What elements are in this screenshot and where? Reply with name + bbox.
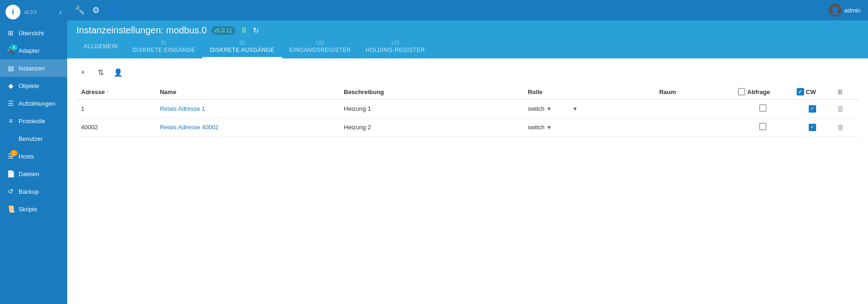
hosts-badge: 1 (10, 150, 18, 156)
sidebar-item-skripte[interactable]: 📜 Skripte (0, 200, 67, 218)
sort-button[interactable]: ⇅ (94, 66, 107, 79)
th-name: Name (155, 84, 339, 100)
sidebar-item-label: Protokolle (19, 118, 45, 125)
table-header-row: Adresse ↑ Name Beschreibung Rolle (76, 84, 859, 100)
cell-adresse: 40002 (76, 118, 155, 137)
tab-count: 01 (161, 40, 167, 45)
tab-allgemein[interactable]: ALLGEMEIN (76, 39, 125, 58)
wrench-icon[interactable]: 🔧 (75, 5, 85, 15)
topbar: 🔧 ⚙ 👤 👤 admin (67, 0, 868, 20)
sidebar-item-instanzen[interactable]: ▤ Instanzen (0, 59, 67, 77)
tab-diskrete-eingange[interactable]: 01 DISKRETE EINGÄNGE (125, 39, 202, 58)
cw-header-checkbox[interactable] (797, 88, 804, 95)
add-row-button[interactable]: + (76, 66, 89, 79)
protokolle-icon: ≡ (6, 117, 15, 125)
table-row: 1 Relais Adresse 1 Heizung 1 switch ▼ ▼ … (76, 100, 859, 118)
abfrage-header-checkbox[interactable] (738, 88, 745, 95)
cell-cw (792, 118, 832, 137)
tab-count: 123 (316, 40, 324, 45)
th-delete: 🗑 (832, 84, 859, 100)
cell-raum (654, 100, 733, 118)
instance-title-row: Instanzeinstellungen: modbus.0 v5.0.11 ⏸… (76, 25, 859, 36)
avatar: 👤 (829, 4, 842, 17)
sidebar-item-dateien[interactable]: 📄 Dateien (0, 165, 67, 183)
person-icon[interactable]: 👤 (107, 5, 117, 15)
th-rolle: Rolle (523, 84, 654, 100)
sidebar-item-backup[interactable]: ↺ Backup (0, 183, 67, 200)
cell-abfrage (733, 118, 792, 137)
version-label: v0.3.5 (24, 10, 37, 15)
cell-delete: 🗑 (832, 100, 859, 118)
tab-count: 123 (391, 40, 399, 45)
cell-raum (654, 118, 733, 137)
cell-beschreibung: Heizung 1 (339, 100, 523, 118)
tab-diskrete-ausgange[interactable]: 01 DISKRETE AUSGÄNGE (202, 39, 282, 58)
tabs: ALLGEMEIN 01 DISKRETE EINGÄNGE 01 DISKRE… (76, 39, 859, 58)
cell-cw (792, 100, 832, 118)
cell-rolle: switch ▼ (523, 118, 654, 137)
sidebar: i v0.3.5 ‹ ⊞ Übersicht 🔌 Adapter 4 ▤ Ins… (0, 0, 67, 304)
refresh-button[interactable]: ↻ (253, 26, 259, 35)
sidebar-item-objekte[interactable]: ◆ Objekte (0, 77, 67, 95)
cell-name: Relais Adresse 1 (155, 100, 339, 118)
sidebar-item-label: Aufzählungen (19, 100, 56, 107)
sidebar-item-benutzer[interactable]: 👤 Benutzer (0, 130, 67, 147)
cell-delete: 🗑 (832, 118, 859, 137)
name-link[interactable]: Relais Adresse 40002 (160, 124, 218, 131)
tab-label: DISKRETE EINGÄNGE (132, 47, 195, 53)
th-raum: Raum (654, 84, 733, 100)
sidebar-item-adapter[interactable]: 🔌 Adapter 4 (0, 42, 67, 59)
cw-checkbox[interactable] (809, 124, 816, 131)
username-label: admin (844, 7, 861, 14)
rolle-dropdown-icon[interactable]: ▼ (547, 124, 552, 131)
sidebar-item-hosts[interactable]: ☰ Hosts 1 (0, 147, 67, 165)
raum-dropdown-icon[interactable]: ▼ (572, 106, 578, 112)
abfrage-checkbox[interactable] (759, 104, 767, 112)
tab-holding-register[interactable]: 123 HOLDING-REGISTER (358, 39, 432, 58)
expert-mode-button[interactable]: 👤 (112, 66, 125, 79)
sidebar-item-label: Backup (19, 188, 38, 195)
cw-checkbox[interactable] (809, 105, 816, 113)
delete-row-button[interactable]: 🗑 (837, 105, 844, 113)
sidebar-item-label: Übersicht (19, 30, 44, 37)
tab-label: HOLDING-REGISTER (365, 47, 425, 53)
backup-icon: ↺ (6, 187, 15, 196)
sidebar-item-label: Hosts (19, 153, 34, 160)
th-beschreibung: Beschreibung (339, 84, 523, 100)
cell-abfrage (733, 100, 792, 118)
table-row: 40002 Relais Adresse 40002 Heizung 2 swi… (76, 118, 859, 137)
sidebar-item-ubersicht[interactable]: ⊞ Übersicht (0, 24, 67, 42)
cell-beschreibung: Heizung 2 (339, 118, 523, 137)
delete-row-button[interactable]: 🗑 (837, 123, 844, 132)
sort-arrow-icon: ↑ (107, 89, 109, 95)
skripte-icon: 📜 (6, 205, 15, 213)
grid-icon: ⊞ (6, 29, 15, 37)
sidebar-item-protokolle[interactable]: ≡ Protokolle (0, 112, 67, 130)
logo-area: i v0.3.5 ‹ (0, 0, 67, 24)
th-cw: CW (792, 84, 832, 100)
gear-icon[interactable]: ⚙ (92, 5, 100, 15)
th-abfrage: Abfrage (733, 84, 792, 100)
sidebar-item-label: Instanzen (19, 65, 44, 72)
cell-rolle: switch ▼ ▼ (523, 100, 654, 118)
dateien-icon: 📄 (6, 170, 15, 178)
sidebar-item-label: Skripte (19, 206, 37, 213)
sidebar-item-aufzahlungen[interactable]: ☰ Aufzählungen (0, 95, 67, 112)
abfrage-checkbox[interactable] (759, 123, 767, 130)
benutzer-icon: 👤 (6, 134, 15, 143)
sidebar-item-label: Dateien (19, 171, 39, 177)
play-pause-button[interactable]: ⏸ (240, 25, 248, 35)
delete-icon: 🗑 (837, 89, 843, 95)
sidebar-collapse-button[interactable]: ‹ (59, 8, 62, 16)
tab-label: EINGANGSREGISTER (289, 47, 351, 53)
sidebar-item-label: Adapter (19, 47, 40, 54)
instance-header: Instanzeinstellungen: modbus.0 v5.0.11 ⏸… (67, 20, 868, 58)
topbar-icons: 🔧 ⚙ 👤 (75, 5, 117, 15)
user-info: 👤 admin (829, 4, 861, 17)
content-area: Instanzeinstellungen: modbus.0 v5.0.11 ⏸… (67, 20, 868, 304)
th-adresse[interactable]: Adresse ↑ (76, 84, 155, 100)
logo: i (6, 5, 20, 19)
tab-eingangsregister[interactable]: 123 EINGANGSREGISTER (282, 39, 359, 58)
name-link[interactable]: Relais Adresse 1 (160, 105, 205, 112)
rolle-dropdown-icon[interactable]: ▼ (547, 106, 552, 112)
